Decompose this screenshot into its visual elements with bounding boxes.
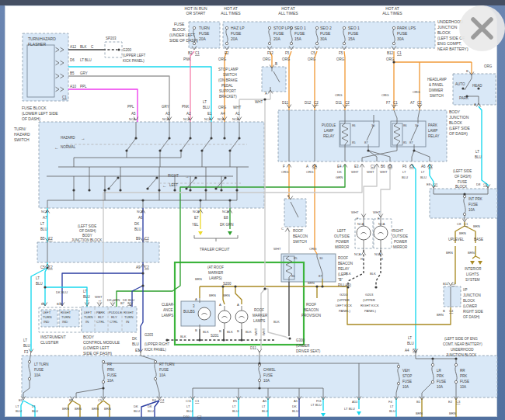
- diagram-label: MIRROR: [393, 245, 408, 249]
- diagram-label: OF DASH): [454, 175, 472, 179]
- diagram-label: BODY: [449, 109, 461, 114]
- fuse-terminal: [315, 42, 318, 44]
- diagram-label: A1: [235, 112, 240, 116]
- ip-junction-block-box: [444, 286, 461, 307]
- diagram-label: RELAY: [338, 267, 349, 271]
- diagram-label: (AT ROOF: [207, 266, 224, 269]
- junction-dot: [199, 199, 201, 201]
- diagram-label: ORG: [413, 90, 420, 94]
- diagram-label: OUTSIDE: [392, 234, 408, 238]
- fuse-terminal: [154, 360, 156, 363]
- diagram-label: BRN: [437, 313, 444, 317]
- diagram-label: LT: [36, 276, 40, 280]
- diagram-label: CTRL: [96, 320, 106, 324]
- diagram-label: PROVISION: [301, 314, 321, 318]
- diagram-label: PANEL): [364, 309, 376, 313]
- junction-dot: [234, 285, 236, 287]
- diagram-label: H: [360, 257, 363, 261]
- diagram-label: BRN: [468, 251, 475, 255]
- fuse-terminal: [343, 42, 345, 44]
- junction-dot: [103, 189, 106, 191]
- diagram-label: RIGHT KICK: [360, 304, 379, 307]
- diagram-label: B2: [188, 51, 193, 55]
- junction-dot: [165, 338, 168, 341]
- diagram-label: RIGHT: [61, 311, 71, 314]
- diagram-label: C2: [417, 101, 422, 105]
- fuse-terminal: [343, 26, 345, 29]
- diagram-label: FUSE: [402, 380, 412, 384]
- diagram-label: (UNDER: [296, 344, 310, 348]
- diagram-label: PARK LPS: [397, 26, 416, 30]
- diagram-label: B12: [387, 51, 394, 55]
- diagram-label: CHMSL: [263, 368, 276, 372]
- diagram-label: A6: [421, 165, 426, 168]
- diagram-label: ←: [162, 183, 167, 188]
- junction-dot: [107, 187, 110, 189]
- diagram-label: B7: [120, 301, 125, 305]
- diagram-label: BLK: [80, 45, 87, 49]
- junction-dot: [222, 338, 225, 341]
- diagram-label: LT: [16, 404, 19, 408]
- diagram-label: 20A: [231, 36, 239, 41]
- diagram-label: E3: [354, 165, 359, 168]
- diagram-label: A: [219, 303, 221, 307]
- fuse-terminal: [28, 360, 30, 363]
- diagram-label: FUSE BLOCK: [22, 106, 47, 110]
- junction-dot: [258, 362, 260, 364]
- diagram-label: LIGHTS: [466, 272, 479, 276]
- diagram-label: D8: [476, 182, 481, 186]
- arrow-terminal: [357, 411, 361, 415]
- diagram-label: RLY: [111, 315, 117, 319]
- fuse-terminal: [102, 360, 104, 363]
- diagram-label: NCA: [374, 252, 381, 256]
- junction-dot: [374, 286, 377, 288]
- lamp-symbol: [235, 311, 248, 323]
- diagram-label: FUSE: [458, 180, 467, 184]
- diagram-label: BLU: [203, 106, 210, 109]
- junction-dot: [72, 189, 75, 191]
- roof-beacon-relay-box: [281, 254, 336, 282]
- diagram-label: A: [306, 165, 308, 168]
- diagram-label: STOP: [402, 374, 412, 378]
- diagram-label: C1: [434, 182, 438, 186]
- junction-dot: [214, 187, 217, 189]
- diagram-label: PPL: [127, 105, 134, 109]
- diagram-label: PRK: [437, 374, 444, 378]
- diagram-label: F7: [386, 101, 391, 105]
- diagram-label: A7: [410, 101, 415, 105]
- diagram-label: LT: [408, 336, 412, 340]
- diagram-label: POWER: [336, 240, 350, 244]
- diagram-label: BLU: [402, 175, 408, 179]
- diagram-label: WHT: [373, 210, 381, 214]
- diagram-label: CTRL: [110, 320, 119, 324]
- diagram-label: PNK: [182, 105, 189, 109]
- diagram-label: GRN: [336, 175, 343, 179]
- diagram-label: E8: [427, 182, 431, 186]
- diagram-label: RIGHT: [124, 311, 134, 314]
- diagram-label: ORG: [308, 57, 316, 61]
- diagram-label: F3: [24, 350, 29, 354]
- diagram-label: UNDERHOOD: [451, 348, 474, 352]
- diagram-label: LAMP: [428, 129, 437, 133]
- diagram-label: (LOWER: [463, 304, 478, 308]
- close-button[interactable]: [459, 5, 505, 51]
- diagram-label: BLK: [180, 335, 186, 338]
- arrow-terminal: [478, 261, 482, 265]
- diagram-label: C2: [197, 415, 202, 418]
- diagram-label: SIDE OF DASH): [83, 351, 112, 356]
- diagram-label: F4: [388, 400, 393, 404]
- diagram-label: (LEFT SIDE: [453, 169, 472, 173]
- diagram-label: PILLAR): [338, 283, 352, 287]
- junction-dot: [220, 189, 222, 191]
- diagram-label: OUTSIDE: [334, 234, 350, 238]
- diagram-label: BLU: [32, 409, 38, 413]
- diagram-label: FUSE: [263, 373, 273, 377]
- diagram-label: D11: [282, 101, 288, 105]
- junction-dot: [141, 272, 144, 274]
- diagram-label: A: [195, 297, 197, 301]
- diagram-label: LT BLU: [80, 58, 92, 62]
- diagram-label: BLU: [132, 342, 139, 346]
- diagram-label: SWITCH: [14, 137, 30, 142]
- diagram-label: OF DASH): [449, 131, 468, 136]
- junction-dot: [158, 189, 160, 191]
